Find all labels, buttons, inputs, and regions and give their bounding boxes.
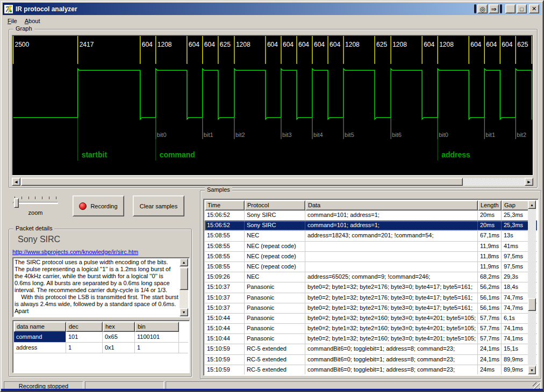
sample-cell[interactable]: Panasonic bbox=[245, 282, 305, 292]
sample-row[interactable]: 15:08:55NECaddress=18243; command=201; !… bbox=[205, 231, 537, 241]
samples-col-header-data[interactable]: Data bbox=[305, 200, 478, 210]
sample-cell[interactable]: 11,8ms bbox=[478, 252, 502, 262]
sample-cell[interactable]: 57,7ms bbox=[478, 314, 502, 323]
sample-cell[interactable]: NEC (repeat code) bbox=[245, 242, 305, 251]
sample-cell[interactable]: 11,9ms bbox=[478, 242, 502, 251]
packet-col-header-hex[interactable]: hex bbox=[103, 322, 135, 332]
sample-cell[interactable]: 15:09:26 bbox=[205, 272, 245, 282]
packet-col-header-data-name[interactable]: data name bbox=[14, 322, 66, 332]
protocol-description-box[interactable]: The SIRC protocol uses a pulse width enc… bbox=[12, 257, 190, 317]
packet-cell[interactable]: 0x65 bbox=[103, 332, 135, 342]
sample-cell[interactable] bbox=[305, 252, 478, 262]
packet-cell[interactable]: 1 bbox=[66, 343, 103, 353]
sample-cell[interactable]: 57,7ms bbox=[478, 324, 502, 333]
slider-thumb[interactable] bbox=[14, 198, 19, 208]
sample-cell[interactable]: command=101; address=1; bbox=[305, 210, 478, 220]
minimize-button[interactable]: _ bbox=[505, 4, 516, 13]
sample-row[interactable]: 15:10:44Panasonicbyte0=2; byte1=32; byte… bbox=[205, 324, 537, 334]
scroll-down-button[interactable]: ▼ bbox=[180, 308, 188, 316]
scroll-down-button[interactable]: ▼ bbox=[528, 366, 536, 374]
sample-cell[interactable]: commandBit6=0; togglebit=1; address=8; c… bbox=[305, 344, 478, 354]
sample-cell[interactable]: byte0=2; byte1=32; byte2=160; byte3=0; b… bbox=[305, 314, 478, 323]
sample-row[interactable]: 15:10:59RC-5 extendedcommandBit6=0; togg… bbox=[205, 344, 537, 354]
sample-row[interactable]: 15:08:55NEC (repeat code)11,8ms97,5ms bbox=[205, 252, 537, 262]
sample-cell[interactable]: 24ms bbox=[478, 365, 502, 374]
sample-cell[interactable]: 15:10:44 bbox=[205, 314, 245, 323]
sample-row[interactable]: 15:08:55NEC (repeat code)11,9ms97,5ms bbox=[205, 262, 537, 272]
sample-cell[interactable]: 15:08:55 bbox=[205, 231, 245, 241]
samples-scrollbar[interactable]: ▲ ▼ bbox=[528, 200, 537, 374]
sample-cell[interactable]: 25,3ms bbox=[502, 210, 530, 220]
sample-cell[interactable]: 56,1ms bbox=[478, 303, 502, 313]
clear-samples-button[interactable]: Clear samples bbox=[133, 195, 184, 216]
sample-cell[interactable]: commandBit6=0; togglebit=1; address=8; c… bbox=[305, 355, 478, 365]
scrollbar-track[interactable] bbox=[528, 209, 536, 366]
sample-cell[interactable]: Panasonic bbox=[245, 293, 305, 303]
sample-row[interactable]: 15:09:26NECaddress=65025; command=9; !co… bbox=[205, 272, 537, 282]
menu-item-file[interactable]: File bbox=[4, 17, 21, 25]
sample-cell[interactable]: 41ms bbox=[502, 242, 530, 251]
sample-cell[interactable]: 15:10:59 bbox=[205, 355, 245, 365]
sample-cell[interactable]: Panasonic bbox=[245, 314, 305, 323]
sample-cell[interactable]: NEC (repeat code) bbox=[245, 252, 305, 262]
sample-cell[interactable]: byte0=2; byte1=32; byte2=176; byte3=0; b… bbox=[305, 282, 478, 292]
sample-cell[interactable]: byte0=2; byte1=32; byte2=160; byte3=0; b… bbox=[305, 334, 478, 344]
sample-cell[interactable]: 15:08:55 bbox=[205, 262, 245, 272]
recording-button[interactable]: Recording bbox=[73, 195, 124, 216]
sample-cell[interactable]: commandBit6=0; togglebit=1; address=8; c… bbox=[305, 365, 478, 374]
samples-col-header-length[interactable]: Length bbox=[478, 200, 502, 210]
sample-cell[interactable]: NEC (repeat code) bbox=[245, 262, 305, 272]
description-scrollbar[interactable]: ▲ ▼ bbox=[180, 258, 189, 316]
sample-row[interactable]: 15:06:52Sony SIRCcommand=101; address=1;… bbox=[205, 210, 537, 221]
sample-cell[interactable]: 74,7ms bbox=[502, 293, 530, 303]
scroll-up-button[interactable]: ▲ bbox=[528, 200, 536, 209]
packet-col-header-bin[interactable]: bin bbox=[135, 322, 179, 332]
sample-cell[interactable]: address=65025; command=9; !command=246; bbox=[305, 272, 478, 282]
close-button[interactable]: ✕ bbox=[529, 4, 539, 13]
sample-row[interactable]: 15:10:44Panasonicbyte0=2; byte1=32; byte… bbox=[205, 334, 537, 344]
sample-cell[interactable]: NEC bbox=[245, 272, 305, 282]
packet-cell[interactable]: 1100101 bbox=[135, 332, 179, 342]
packet-cell[interactable]: 0x1 bbox=[103, 343, 135, 353]
sample-cell[interactable]: 20ms bbox=[478, 221, 502, 230]
samples-col-header-protocol[interactable]: Protocol bbox=[245, 200, 305, 210]
sample-cell[interactable]: 56,1ms bbox=[478, 293, 502, 303]
sample-cell[interactable]: 68,2ms bbox=[478, 272, 502, 282]
sample-cell[interactable]: 74,1ms bbox=[502, 324, 530, 333]
sample-cell[interactable]: 89,9ms bbox=[502, 365, 530, 374]
sample-cell[interactable]: 15:08:55 bbox=[205, 242, 245, 251]
sample-cell[interactable]: 24,1ms bbox=[478, 344, 502, 354]
sample-row[interactable]: 15:08:55NEC (repeat code)11,9ms41ms bbox=[205, 242, 537, 252]
sample-cell[interactable]: 18,4s bbox=[502, 282, 530, 292]
sample-cell[interactable]: 13s bbox=[502, 231, 530, 241]
sample-row[interactable]: 15:10:37Panasonicbyte0=2; byte1=32; byte… bbox=[205, 282, 537, 293]
exit-button[interactable]: ⇒ bbox=[489, 4, 499, 13]
sample-cell[interactable]: Panasonic bbox=[245, 334, 305, 344]
packet-table-row[interactable]: address10x11 bbox=[14, 343, 188, 353]
sample-cell[interactable]: RC-5 extended bbox=[245, 365, 305, 374]
sample-row[interactable]: 15:06:52Sony SIRCcommand=101; address=1;… bbox=[205, 221, 537, 231]
sample-cell[interactable]: 15:10:44 bbox=[205, 334, 245, 344]
sample-cell[interactable]: 25,3ms bbox=[502, 221, 530, 230]
sample-cell[interactable]: 15,1s bbox=[502, 344, 530, 354]
sample-cell[interactable]: 97,5ms bbox=[502, 252, 530, 262]
sample-cell[interactable]: byte0=2; byte1=32; byte2=176; byte3=0; b… bbox=[305, 293, 478, 303]
sample-cell[interactable]: RC-5 extended bbox=[245, 355, 305, 365]
scroll-up-button[interactable]: ▲ bbox=[180, 258, 188, 266]
sample-cell[interactable]: Sony SIRC bbox=[245, 210, 305, 220]
graph-horizontal-scrollbar[interactable]: ◀ ▶ bbox=[12, 178, 533, 187]
sample-row[interactable]: 15:10:37Panasonicbyte0=2; byte1=32; byte… bbox=[205, 303, 537, 314]
sample-cell[interactable]: 74,1ms bbox=[502, 334, 530, 344]
sample-cell[interactable]: NEC bbox=[245, 231, 305, 241]
eye-button[interactable]: ◎ bbox=[477, 4, 488, 13]
sample-cell[interactable]: 15:10:37 bbox=[205, 293, 245, 303]
sample-row[interactable]: 15:10:37Panasonicbyte0=2; byte1=32; byte… bbox=[205, 293, 537, 303]
sample-cell[interactable]: 56,2ms bbox=[478, 282, 502, 292]
sample-cell[interactable]: 15:10:59 bbox=[205, 365, 245, 374]
sample-cell[interactable] bbox=[305, 262, 478, 272]
packet-cell[interactable]: address bbox=[14, 343, 66, 353]
slider-track[interactable] bbox=[13, 202, 58, 204]
sample-cell[interactable]: 6,1s bbox=[502, 314, 530, 323]
titlebar[interactable]: 7 IR protocol analyzer ◎ ⇒ _ □ ✕ bbox=[3, 3, 541, 15]
scrollbar-thumb[interactable] bbox=[528, 298, 536, 311]
